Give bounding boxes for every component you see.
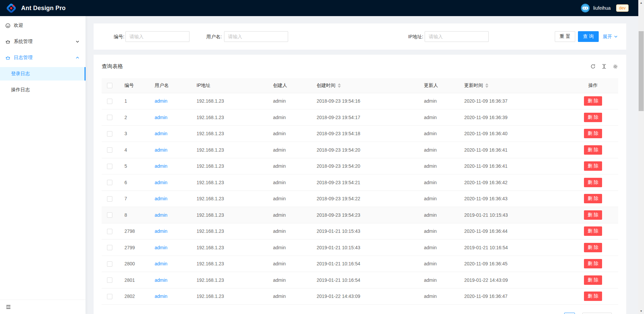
delete-button[interactable]: 删 除 [584,194,602,203]
query-button[interactable]: 查 询 [578,31,599,42]
delete-button[interactable]: 删 除 [584,96,602,106]
delete-button[interactable]: 删 除 [584,129,602,138]
cell-id: 1 [119,93,149,109]
sidebar-item-system-management[interactable]: 系统管理 [0,35,86,48]
delete-button[interactable]: 删 除 [584,259,602,268]
row-checkbox[interactable] [107,212,112,218]
username-field-input[interactable] [224,31,288,42]
username-link[interactable]: admin [155,98,167,104]
row-checkbox[interactable] [107,180,112,185]
username-link[interactable]: admin [155,261,167,266]
username-link[interactable]: admin [155,228,167,234]
sidebar-item-operation-log[interactable]: 操作日志 [0,83,86,97]
delete-button[interactable]: 删 除 [584,145,602,155]
logo-area: Ant Design Pro [6,3,66,14]
cell-updater: admin [419,142,459,158]
row-checkbox[interactable] [107,277,112,283]
delete-button[interactable]: 删 除 [584,292,602,301]
table-row: 5 admin 192.168.1.23 admin 2018-09-23 19… [102,158,618,174]
select-all-checkbox[interactable] [107,83,112,88]
cell-id: 2801 [119,272,149,289]
row-checkbox[interactable] [107,131,112,137]
table-row: 2 admin 192.168.1.23 admin 2018-09-23 19… [102,109,618,126]
username-label[interactable]: liufeihua [593,5,610,11]
table-row: 2798 admin 192.168.1.23 admin 2019-01-21… [102,223,618,240]
menu-fold-icon[interactable] [6,304,11,310]
table-body: 1 admin 192.168.1.23 admin 2018-09-23 19… [102,93,618,305]
username-field-label: 用户名: [188,31,222,42]
row-checkbox[interactable] [107,294,112,299]
ip-field-input[interactable] [425,31,489,42]
sidebar-item-welcome[interactable]: 欢迎 [0,19,86,32]
row-checkbox[interactable] [107,229,112,234]
delete-button[interactable]: 删 除 [584,113,602,122]
table-row: 2801 admin 192.168.1.23 admin 2019-01-21… [102,272,618,289]
chevron-up-icon [75,56,79,60]
column-header-update-time[interactable]: 更新时间 [459,78,568,93]
row-checkbox[interactable] [107,196,112,202]
username-link[interactable]: admin [155,115,167,120]
row-checkbox[interactable] [107,261,112,267]
cell-create-time: 2018-09-23 19:54:20 [311,142,419,158]
ant-design-logo-icon [6,3,17,14]
cell-ip: 192.168.1.23 [191,272,268,289]
cell-create-time: 2019-01-21 10:15:43 [311,240,419,256]
row-checkbox[interactable] [107,115,112,120]
expand-link[interactable]: 展开 [603,31,618,42]
username-link[interactable]: admin [155,147,167,153]
row-checkbox[interactable] [107,245,112,250]
table-row: 8 admin 192.168.1.23 admin 2018-09-23 19… [102,207,618,223]
cell-id: 8 [119,207,149,223]
reload-icon[interactable] [590,64,596,69]
delete-button[interactable]: 删 除 [584,243,602,252]
username-link[interactable]: admin [155,277,167,283]
settings-gear-icon[interactable] [612,64,618,69]
delete-button[interactable]: 删 除 [584,210,602,220]
cell-ip: 192.168.1.23 [191,207,268,223]
scroll-down-arrow-icon[interactable]: ▼ [638,308,644,314]
delete-button[interactable]: 删 除 [584,226,602,236]
sidebar-item-log-management[interactable]: 日志管理 [0,51,86,64]
row-checkbox[interactable] [107,99,112,104]
sidebar-item-login-log[interactable]: 登录日志 [0,67,86,81]
smile-icon [5,23,10,28]
username-link[interactable]: admin [155,245,167,250]
sidebar-item-label: 欢迎 [14,22,86,29]
user-area[interactable]: liufeihua dev [581,4,629,12]
id-field-input[interactable] [125,31,190,42]
row-checkbox[interactable] [107,147,112,153]
cell-update-time: 2020-11-09 16:36:40 [459,125,568,142]
vertical-scrollbar[interactable]: ▲ ▼ [638,0,644,314]
table-row: 2800 admin 192.168.1.23 admin 2019-01-21… [102,256,618,272]
cell-updater: admin [419,174,459,191]
scrollbar-thumb[interactable] [639,31,644,111]
username-link[interactable]: admin [155,212,167,218]
username-link[interactable]: admin [155,180,167,185]
column-header-label: 创建时间 [317,83,335,89]
delete-button[interactable]: 删 除 [584,161,602,171]
row-checkbox[interactable] [107,164,112,169]
avatar[interactable] [581,4,590,12]
cell-ip: 192.168.1.23 [191,93,268,109]
pagination-page-button[interactable] [564,313,575,314]
column-header-action: 操作 [568,78,618,93]
username-link[interactable]: admin [155,196,167,201]
cell-updater: admin [419,125,459,142]
username-link[interactable]: admin [155,163,167,169]
cell-update-time: 2020-11-09 16:36:41 [459,142,568,158]
reset-button[interactable]: 重 置 [555,31,575,42]
crown-icon [5,39,10,44]
delete-button[interactable]: 删 除 [584,178,602,187]
column-header-create-time[interactable]: 创建时间 [311,78,419,93]
cell-id: 2 [119,109,149,126]
scroll-up-arrow-icon[interactable]: ▲ [638,0,644,6]
density-icon[interactable] [601,64,607,69]
query-table: 编号 用户名 IP地址 创建人 创建时间 更新人 更新时 [102,78,618,305]
cell-id: 2799 [119,240,149,256]
username-link[interactable]: admin [155,131,167,136]
username-link[interactable]: admin [155,294,167,299]
id-field-label: 编号: [94,31,124,42]
cell-create-time: 2018-09-23 19:54:22 [311,191,419,207]
delete-button[interactable]: 删 除 [584,275,602,285]
pagination-size-select[interactable] [582,313,612,314]
